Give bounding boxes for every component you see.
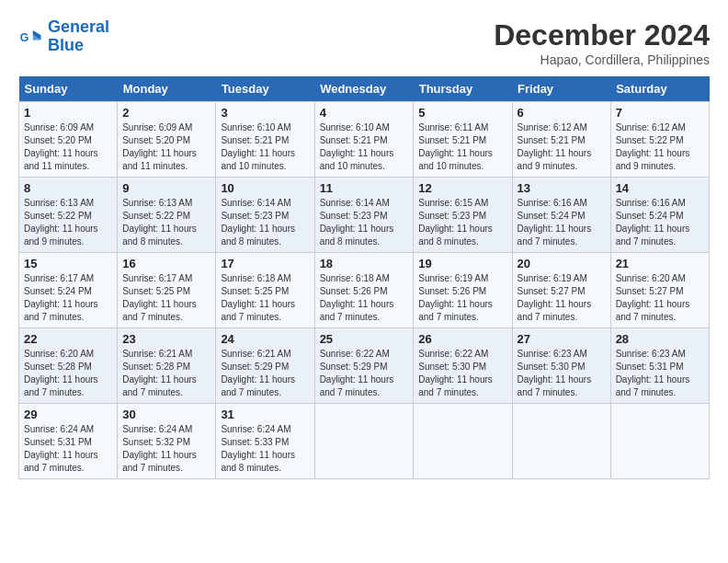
day-number: 23 [122, 332, 210, 346]
day-cell-11: 11 Sunrise: 6:14 AM Sunset: 5:23 PM Dayl… [314, 178, 414, 253]
month-title: December 2024 [494, 18, 710, 52]
day-number: 6 [518, 106, 606, 120]
empty-day-cell [610, 404, 709, 479]
logo-icon: G [18, 24, 44, 50]
day-cell-5: 5 Sunrise: 6:11 AM Sunset: 5:21 PM Dayli… [414, 102, 512, 178]
day-number: 9 [122, 181, 210, 195]
day-cell-29: 29 Sunrise: 6:24 AM Sunset: 5:31 PM Dayl… [19, 404, 118, 479]
day-number: 21 [616, 257, 704, 270]
col-saturday: Saturday [610, 76, 709, 102]
calendar-week-4: 22 Sunrise: 6:20 AM Sunset: 5:28 PM Dayl… [19, 328, 710, 404]
day-info: Sunrise: 6:12 AM Sunset: 5:21 PM Dayligh… [518, 121, 606, 173]
day-cell-22: 22 Sunrise: 6:20 AM Sunset: 5:28 PM Dayl… [19, 328, 118, 404]
day-number: 17 [221, 257, 309, 270]
day-cell-24: 24 Sunrise: 6:21 AM Sunset: 5:29 PM Dayl… [216, 328, 314, 404]
calendar-week-2: 8 Sunrise: 6:13 AM Sunset: 5:22 PM Dayli… [19, 178, 710, 253]
day-cell-8: 8 Sunrise: 6:13 AM Sunset: 5:22 PM Dayli… [19, 178, 118, 253]
day-number: 22 [24, 332, 112, 346]
day-info: Sunrise: 6:16 AM Sunset: 5:24 PM Dayligh… [518, 197, 606, 248]
calendar-week-1: 1 Sunrise: 6:09 AM Sunset: 5:20 PM Dayli… [19, 102, 710, 178]
day-number: 24 [221, 332, 309, 346]
day-info: Sunrise: 6:10 AM Sunset: 5:21 PM Dayligh… [221, 121, 309, 173]
day-number: 8 [24, 181, 112, 195]
day-cell-15: 15 Sunrise: 6:17 AM Sunset: 5:24 PM Dayl… [19, 253, 118, 328]
svg-text:G: G [20, 31, 29, 44]
day-info: Sunrise: 6:12 AM Sunset: 5:22 PM Dayligh… [616, 121, 704, 173]
day-number: 3 [221, 106, 309, 120]
location-subtitle: Hapao, Cordillera, Philippines [494, 52, 710, 67]
header-row: Sunday Monday Tuesday Wednesday Thursday… [19, 76, 710, 102]
day-info: Sunrise: 6:24 AM Sunset: 5:32 PM Dayligh… [122, 423, 210, 475]
day-number: 14 [616, 181, 704, 195]
day-cell-4: 4 Sunrise: 6:10 AM Sunset: 5:21 PM Dayli… [314, 102, 414, 178]
day-number: 30 [122, 408, 210, 421]
day-info: Sunrise: 6:15 AM Sunset: 5:23 PM Dayligh… [418, 197, 506, 248]
day-cell-18: 18 Sunrise: 6:18 AM Sunset: 5:26 PM Dayl… [314, 253, 414, 328]
day-cell-28: 28 Sunrise: 6:23 AM Sunset: 5:31 PM Dayl… [610, 328, 709, 404]
day-cell-26: 26 Sunrise: 6:22 AM Sunset: 5:30 PM Dayl… [414, 328, 512, 404]
day-info: Sunrise: 6:18 AM Sunset: 5:26 PM Dayligh… [320, 272, 409, 324]
day-number: 1 [24, 106, 112, 120]
day-number: 4 [320, 106, 409, 120]
day-info: Sunrise: 6:14 AM Sunset: 5:23 PM Dayligh… [221, 197, 309, 248]
day-number: 25 [320, 332, 409, 346]
col-monday: Monday [118, 76, 216, 102]
day-info: Sunrise: 6:19 AM Sunset: 5:27 PM Dayligh… [518, 272, 606, 324]
day-info: Sunrise: 6:22 AM Sunset: 5:29 PM Dayligh… [320, 348, 409, 399]
day-cell-13: 13 Sunrise: 6:16 AM Sunset: 5:24 PM Dayl… [512, 178, 610, 253]
col-thursday: Thursday [414, 76, 512, 102]
day-info: Sunrise: 6:17 AM Sunset: 5:25 PM Dayligh… [122, 272, 210, 324]
day-cell-23: 23 Sunrise: 6:21 AM Sunset: 5:28 PM Dayl… [118, 328, 216, 404]
day-number: 26 [418, 332, 506, 346]
day-info: Sunrise: 6:21 AM Sunset: 5:29 PM Dayligh… [221, 348, 309, 399]
day-info: Sunrise: 6:19 AM Sunset: 5:26 PM Dayligh… [418, 272, 506, 324]
day-cell-10: 10 Sunrise: 6:14 AM Sunset: 5:23 PM Dayl… [216, 178, 314, 253]
day-number: 31 [221, 408, 309, 421]
day-cell-16: 16 Sunrise: 6:17 AM Sunset: 5:25 PM Dayl… [118, 253, 216, 328]
day-cell-30: 30 Sunrise: 6:24 AM Sunset: 5:32 PM Dayl… [118, 404, 216, 479]
day-cell-6: 6 Sunrise: 6:12 AM Sunset: 5:21 PM Dayli… [512, 102, 610, 178]
logo: G General Blue [18, 18, 109, 55]
day-cell-9: 9 Sunrise: 6:13 AM Sunset: 5:22 PM Dayli… [118, 178, 216, 253]
calendar-table: Sunday Monday Tuesday Wednesday Thursday… [18, 76, 710, 479]
day-cell-12: 12 Sunrise: 6:15 AM Sunset: 5:23 PM Dayl… [414, 178, 512, 253]
empty-day-cell [512, 404, 610, 479]
logo-line2: Blue [48, 36, 84, 54]
day-number: 19 [418, 257, 506, 270]
day-info: Sunrise: 6:10 AM Sunset: 5:21 PM Dayligh… [320, 121, 409, 173]
calendar-week-3: 15 Sunrise: 6:17 AM Sunset: 5:24 PM Dayl… [19, 253, 710, 328]
day-number: 10 [221, 181, 309, 195]
day-info: Sunrise: 6:18 AM Sunset: 5:25 PM Dayligh… [221, 272, 309, 324]
day-cell-19: 19 Sunrise: 6:19 AM Sunset: 5:26 PM Dayl… [414, 253, 512, 328]
day-number: 28 [616, 332, 704, 346]
col-sunday: Sunday [19, 76, 118, 102]
day-info: Sunrise: 6:11 AM Sunset: 5:21 PM Dayligh… [418, 121, 506, 173]
day-number: 13 [518, 181, 606, 195]
col-tuesday: Tuesday [216, 76, 314, 102]
day-info: Sunrise: 6:21 AM Sunset: 5:28 PM Dayligh… [122, 348, 210, 399]
day-info: Sunrise: 6:13 AM Sunset: 5:22 PM Dayligh… [122, 197, 210, 248]
day-cell-20: 20 Sunrise: 6:19 AM Sunset: 5:27 PM Dayl… [512, 253, 610, 328]
day-info: Sunrise: 6:14 AM Sunset: 5:23 PM Dayligh… [320, 197, 409, 248]
day-number: 16 [122, 257, 210, 270]
day-number: 18 [320, 257, 409, 270]
title-block: December 2024 Hapao, Cordillera, Philipp… [494, 18, 710, 67]
day-info: Sunrise: 6:23 AM Sunset: 5:31 PM Dayligh… [616, 348, 704, 399]
day-cell-31: 31 Sunrise: 6:24 AM Sunset: 5:33 PM Dayl… [216, 404, 314, 479]
day-info: Sunrise: 6:09 AM Sunset: 5:20 PM Dayligh… [122, 121, 210, 173]
day-number: 5 [418, 106, 506, 120]
day-info: Sunrise: 6:16 AM Sunset: 5:24 PM Dayligh… [616, 197, 704, 248]
day-number: 12 [418, 181, 506, 195]
col-wednesday: Wednesday [314, 76, 414, 102]
day-number: 7 [616, 106, 704, 120]
logo-line1: General [48, 17, 109, 36]
day-info: Sunrise: 6:24 AM Sunset: 5:33 PM Dayligh… [221, 423, 309, 475]
day-number: 15 [24, 257, 112, 270]
day-number: 29 [24, 408, 112, 421]
day-cell-7: 7 Sunrise: 6:12 AM Sunset: 5:22 PM Dayli… [610, 102, 709, 178]
day-number: 2 [122, 106, 210, 120]
day-info: Sunrise: 6:17 AM Sunset: 5:24 PM Dayligh… [24, 272, 112, 324]
day-cell-17: 17 Sunrise: 6:18 AM Sunset: 5:25 PM Dayl… [216, 253, 314, 328]
day-cell-3: 3 Sunrise: 6:10 AM Sunset: 5:21 PM Dayli… [216, 102, 314, 178]
page-header: G General Blue December 2024 Hapao, Cord… [18, 18, 710, 67]
